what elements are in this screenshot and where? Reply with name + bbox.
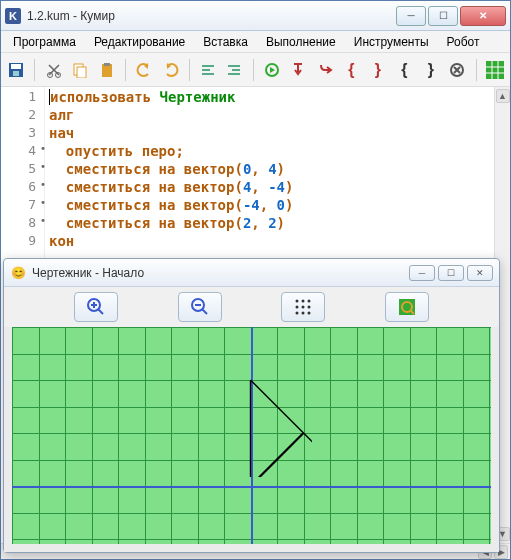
save-icon[interactable] <box>5 58 27 82</box>
svg-point-21 <box>302 300 305 303</box>
code-line[interactable]: нач <box>49 125 506 143</box>
svg-point-24 <box>302 306 305 309</box>
redo-icon[interactable] <box>159 58 181 82</box>
svg-rect-12 <box>228 65 240 67</box>
svg-point-27 <box>302 312 305 315</box>
scroll-up-icon[interactable]: ▲ <box>496 89 510 103</box>
svg-line-32 <box>251 380 313 477</box>
menubar: Программа Редактирование Вставка Выполне… <box>1 31 510 53</box>
black-brace-open-icon[interactable]: { <box>393 58 415 82</box>
toolbar: { } { } <box>1 53 510 87</box>
svg-point-28 <box>308 312 311 315</box>
code-line[interactable]: сместиться на вектор(2, 2) <box>49 215 506 233</box>
copy-icon[interactable] <box>69 58 91 82</box>
svg-point-22 <box>308 300 311 303</box>
menu-robot[interactable]: Робот <box>439 33 488 51</box>
undo-icon[interactable] <box>133 58 155 82</box>
indent-right-icon[interactable] <box>223 58 245 82</box>
black-brace-close-icon[interactable]: } <box>420 58 442 82</box>
indent-left-icon[interactable] <box>197 58 219 82</box>
svg-rect-6 <box>77 67 86 78</box>
svg-point-20 <box>296 300 299 303</box>
line-number: 1 <box>1 89 44 107</box>
window-title: 1.2.kum - Кумир <box>27 9 394 23</box>
line-number: 8 <box>1 215 44 233</box>
svg-rect-10 <box>202 69 210 71</box>
drawer-maximize-button[interactable]: ☐ <box>438 265 464 281</box>
svg-rect-9 <box>202 65 214 67</box>
svg-point-25 <box>308 306 311 309</box>
menu-insert[interactable]: Вставка <box>195 33 256 51</box>
red-brace-close-icon[interactable]: } <box>367 58 389 82</box>
close-button[interactable]: ✕ <box>460 6 506 26</box>
menu-program[interactable]: Программа <box>5 33 84 51</box>
line-number: 3 <box>1 125 44 143</box>
grid-toggle-icon[interactable] <box>281 292 325 322</box>
line-number: 5 <box>1 161 44 179</box>
line-number: 7 <box>1 197 44 215</box>
drawer-title: Чертежник - Начало <box>32 266 406 280</box>
fit-icon[interactable] <box>385 292 429 322</box>
cut-icon[interactable] <box>42 58 64 82</box>
svg-rect-1 <box>11 64 21 69</box>
code-line[interactable]: сместиться на вектор(0, 4) <box>49 161 506 179</box>
code-line[interactable]: сместиться на вектор(-4, 0) <box>49 197 506 215</box>
svg-rect-14 <box>228 73 240 75</box>
line-number: 4 <box>1 143 44 161</box>
svg-rect-2 <box>13 71 19 76</box>
line-number: 9 <box>1 233 44 251</box>
step-into-icon[interactable] <box>314 58 336 82</box>
maximize-button[interactable]: ☐ <box>428 6 458 26</box>
menu-tools[interactable]: Инструменты <box>346 33 437 51</box>
step-over-icon[interactable] <box>287 58 309 82</box>
menu-execute[interactable]: Выполнение <box>258 33 344 51</box>
run-icon[interactable] <box>261 58 283 82</box>
code-line[interactable]: сместиться на вектор(4, -4) <box>49 179 506 197</box>
line-number: 2 <box>1 107 44 125</box>
cancel-icon[interactable] <box>446 58 468 82</box>
code-line[interactable]: опустить перо; <box>49 143 506 161</box>
svg-rect-17 <box>486 61 504 79</box>
drawer-canvas[interactable] <box>4 327 499 552</box>
svg-rect-13 <box>232 69 240 71</box>
drawer-window: 😊 Чертежник - Начало ─ ☐ ✕ <box>3 258 500 553</box>
svg-line-34 <box>251 433 304 477</box>
zoom-out-icon[interactable] <box>178 292 222 322</box>
drawer-app-icon: 😊 <box>10 265 26 281</box>
minimize-button[interactable]: ─ <box>396 6 426 26</box>
red-brace-open-icon[interactable]: { <box>340 58 362 82</box>
line-number: 6 <box>1 179 44 197</box>
code-line[interactable]: алг <box>49 107 506 125</box>
grid-icon[interactable] <box>483 58 505 82</box>
svg-rect-11 <box>202 73 214 75</box>
svg-rect-8 <box>104 63 110 66</box>
drawer-toolbar <box>4 287 499 327</box>
svg-point-23 <box>296 306 299 309</box>
drawer-minimize-button[interactable]: ─ <box>409 265 435 281</box>
menu-edit[interactable]: Редактирование <box>86 33 193 51</box>
app-icon: K <box>5 8 21 24</box>
svg-point-26 <box>296 312 299 315</box>
drawer-titlebar: 😊 Чертежник - Начало ─ ☐ ✕ <box>4 259 499 287</box>
drawer-close-button[interactable]: ✕ <box>467 265 493 281</box>
code-line[interactable]: кон <box>49 233 506 251</box>
zoom-in-icon[interactable] <box>74 292 118 322</box>
titlebar: K 1.2.kum - Кумир ─ ☐ ✕ <box>1 1 510 31</box>
code-line[interactable]: использовать Чертежник <box>49 89 506 107</box>
paste-icon[interactable] <box>95 58 117 82</box>
